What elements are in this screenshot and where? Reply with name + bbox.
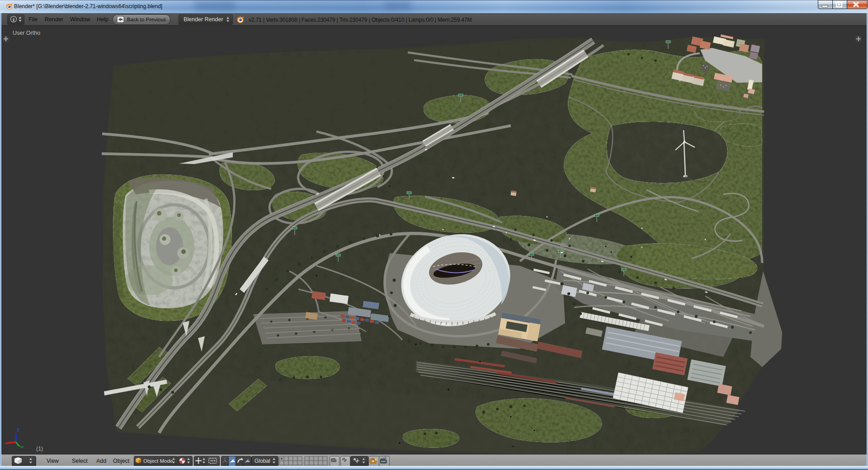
svg-text:Global: Global xyxy=(255,458,270,464)
svg-text:y: y xyxy=(20,444,24,448)
svg-text:Object Mode: Object Mode xyxy=(143,458,173,464)
svg-text:z: z xyxy=(17,427,19,433)
svg-text:i: i xyxy=(13,17,14,22)
